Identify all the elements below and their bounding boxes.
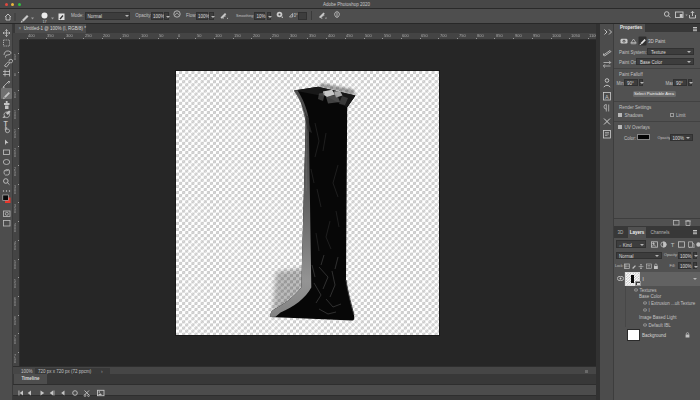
svg-text:A: A (605, 94, 609, 100)
svg-text:T: T (4, 120, 9, 127)
svg-text:T: T (671, 242, 675, 248)
svg-text:17: 17 (43, 20, 47, 24)
